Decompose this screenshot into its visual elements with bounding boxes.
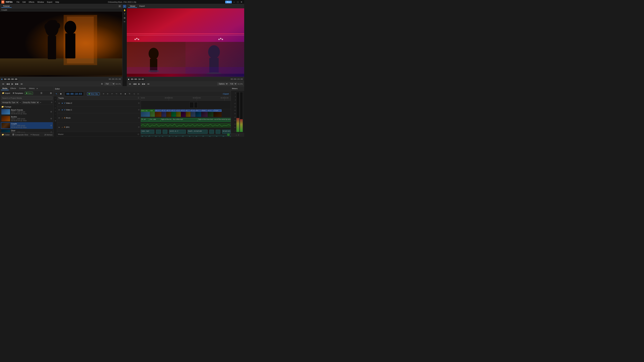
track-tool-1[interactable]: ↕ (54, 97, 57, 100)
trimmer-options[interactable]: ⚙ (100, 82, 104, 85)
timeline-track-video1[interactable]: Wom...ing Eye Wo...2 D...2 W...1 D...1 S… (141, 109, 231, 117)
search-input[interactable] (1, 96, 52, 100)
video1-visibility[interactable]: ● (61, 109, 64, 111)
trimmer-play-in-out[interactable]: ▶▶ (14, 82, 19, 85)
menu-window[interactable]: Window (36, 1, 45, 3)
media-settings-beach[interactable]: ⚙ (50, 111, 52, 113)
viewer-next-frame[interactable]: ⏭ (147, 82, 150, 85)
music-clip-1[interactable]: fil...p3 (141, 118, 149, 122)
tab-controls[interactable]: Controls (18, 87, 27, 90)
track-tool-5[interactable]: ⊃ (54, 110, 57, 112)
video1-expand[interactable]: ▶ (58, 109, 60, 111)
buy-button[interactable]: Buy (225, 1, 232, 3)
unlink-btn[interactable]: ↪ (115, 92, 118, 96)
viewer-step-back[interactable]: ◀◀ (132, 82, 137, 85)
tab-media[interactable]: Media (1, 87, 9, 90)
media-settings-diver[interactable]: ⚙ (50, 131, 52, 132)
master-record-btn[interactable] (227, 133, 230, 136)
snap-btn[interactable]: ⊕ (119, 92, 123, 96)
track-tool-7[interactable]: ↓ (54, 116, 57, 119)
tab-viewer[interactable]: Viewer (128, 5, 137, 8)
viewer-play-in-out[interactable]: ▶▶ (142, 82, 146, 85)
trimmer-prev-frame[interactable]: ⏮ (1, 82, 5, 85)
new-clip-button[interactable]: New Clip (87, 92, 100, 95)
sfx-settings[interactable]: ⚙ (138, 126, 140, 128)
close-button[interactable]: ✕ (240, 1, 243, 3)
track-tool-8[interactable]: ⊕ (54, 119, 57, 122)
loop-btn[interactable]: ↻ (128, 92, 132, 96)
track-menu-btn[interactable]: ☰ (138, 97, 139, 99)
tab-export[interactable]: Export (138, 5, 146, 8)
tab-effects[interactable]: Effects (9, 87, 17, 90)
trimmer-step-back[interactable]: ◀◀ (6, 82, 10, 85)
composite-shot-btn[interactable]: 🎬 Composite Shot (12, 133, 29, 136)
sfx-clip-1[interactable]: natur...mp3 (141, 130, 154, 134)
view-list-btn[interactable]: ☰ (40, 91, 43, 95)
trimmer-next-frame[interactable]: ⏭ (20, 82, 24, 85)
export-button[interactable]: ↑ Export (221, 92, 230, 95)
import-button[interactable]: 📁 Import (1, 92, 11, 94)
video2-visibility[interactable]: ● (61, 102, 64, 104)
color-tool-btn[interactable]: ✏ (123, 20, 126, 23)
music-visibility[interactable]: ♪ (61, 117, 64, 119)
timeline-ruler[interactable]: 00:00:00:00 00:00:05:00 00:00:10:00 00:0… (141, 96, 231, 101)
tab-history[interactable]: History (28, 87, 36, 90)
folder-footage[interactable]: 📁 Footage (1, 105, 53, 108)
music-expand[interactable]: ▶ (58, 117, 60, 119)
sfx-clip-8[interactable]: tel-aviv-am...rtisf.mp3 (222, 130, 231, 134)
tab-trimmer[interactable]: Trimmer (1, 5, 12, 8)
track-tool-3[interactable]: ↨ (54, 103, 57, 106)
viewer-options-select[interactable]: Options (217, 82, 228, 85)
folder-btn[interactable]: 📁 Folder (1, 133, 10, 136)
viewer-quality-select[interactable]: FullHalf (229, 82, 237, 85)
timeline-track-sfx[interactable]: natur...mp3 car-dr...st...3 (141, 129, 231, 137)
video1-settings[interactable]: ⚙ (138, 109, 140, 111)
remove-btn[interactable]: ✕ Remove (30, 133, 40, 136)
in-point-btn[interactable]: ◁ (132, 92, 136, 96)
media-settings-bonfire[interactable]: ⚙ (50, 117, 52, 120)
slice-btn[interactable]: ⊳ (106, 92, 110, 96)
crop-tool-btn[interactable]: ⊞ (123, 16, 126, 19)
v2-clip-2[interactable] (194, 102, 198, 108)
timeline-track-music[interactable]: fil...p3 Cro...ade flight-of-the-inn...-… (141, 117, 231, 129)
arrange-settings-btn[interactable]: ⚙ (51, 101, 52, 104)
link-btn[interactable]: ↩ (110, 92, 114, 96)
media-item-beach-friends[interactable]: Beach Friends 1920 × 1080 pixels 00:00:0… (1, 108, 53, 115)
master-settings[interactable]: ⚙ (137, 133, 140, 136)
view-grid-btn[interactable]: ⊞ (49, 91, 52, 95)
group-by-select[interactable]: Group By: Folder (22, 101, 39, 104)
media-item-bonfire[interactable]: Bonfire 1920 × 1080 pixels 00:00:05:00 @… (1, 115, 53, 122)
media-settings-couple[interactable]: ⚙ (50, 124, 52, 127)
editor-record-btn[interactable]: ⏺ (59, 92, 63, 96)
editor-select-btn[interactable]: ↖ (55, 92, 58, 96)
menu-file[interactable]: File (15, 1, 21, 3)
sfx-expand[interactable]: ▶ (58, 126, 60, 128)
music-clip-2[interactable]: Cro...ade (149, 118, 160, 122)
menu-effects[interactable]: Effects (27, 1, 36, 3)
music-clip-3[interactable]: flight-of-the-inn...-flux Artlist.mp3 (161, 118, 198, 122)
out-point-btn[interactable]: ▷ (136, 92, 140, 96)
viewer-prev-frame[interactable]: ⏮ (128, 82, 132, 85)
video2-expand[interactable]: ▶ (58, 102, 60, 104)
minimize-button[interactable]: ─ (233, 1, 236, 3)
menu-help[interactable]: Help (54, 1, 60, 3)
sfx-clip-6[interactable] (209, 130, 214, 134)
text-tool-btn[interactable]: T (123, 12, 126, 16)
track-tool-6[interactable]: ↑ (54, 113, 57, 116)
trimmer-quality-select[interactable]: FullHalfQuarter (104, 82, 115, 85)
v2-clip-1[interactable] (190, 102, 194, 108)
marker-btn[interactable]: ◆ (124, 92, 127, 96)
trimmer-panel-menu[interactable]: ✕ (118, 5, 121, 7)
panel-tab-more[interactable]: ▶ (36, 87, 38, 90)
sfx-clip-3[interactable] (163, 130, 167, 134)
sfx-visibility[interactable]: ♪ (61, 126, 64, 128)
maximize-button[interactable]: □ (236, 1, 239, 3)
sfx-clip-4[interactable]: car-dr...st...3 (169, 130, 186, 134)
trimmer-play[interactable]: ▶ (11, 82, 14, 85)
timeline-track-video2[interactable] (141, 101, 231, 109)
new-button[interactable]: New (25, 92, 33, 95)
video2-settings[interactable]: ⚙ (138, 102, 140, 104)
media-item-couple[interactable]: Couple 1920 × 1080 pixels 00:00:05:00 @ … (1, 122, 53, 129)
sfx-clip-5[interactable]: beach-...ist.mp3.ade (188, 130, 208, 134)
track-tool-2[interactable]: ⇕ (54, 100, 57, 103)
